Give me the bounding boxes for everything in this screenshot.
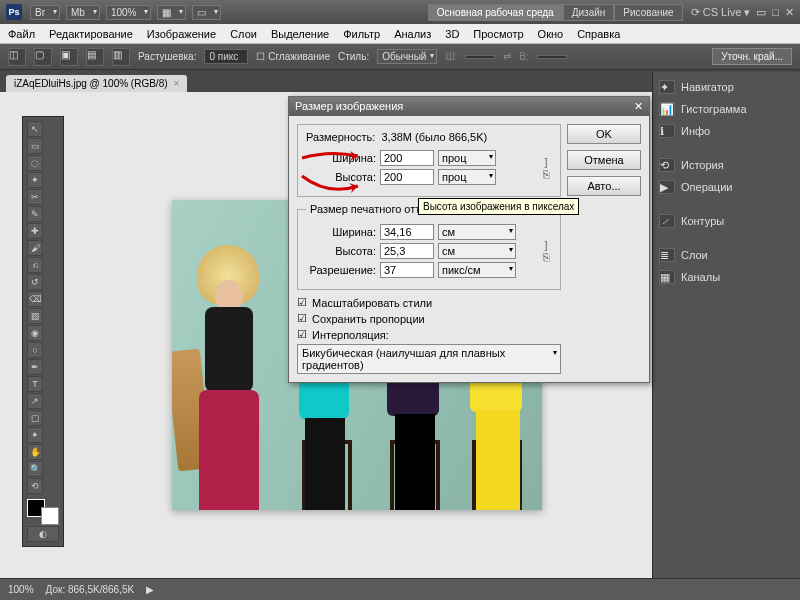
sel-int-icon[interactable]: ▥ — [112, 48, 130, 66]
view-dropdown[interactable]: ▦ — [157, 5, 186, 20]
crop-tool[interactable]: ✂ — [27, 189, 43, 205]
status-arrow-icon[interactable]: ▶ — [146, 584, 154, 595]
mb-dropdown[interactable]: Mb — [66, 5, 100, 20]
document-tab[interactable]: iZAqEDluiHs.jpg @ 100% (RGB/8) × — [6, 75, 187, 92]
heal-tool[interactable]: ✚ — [27, 223, 43, 239]
wand-tool[interactable]: ✦ — [27, 172, 43, 188]
quickmask-toggle[interactable]: ◐ — [27, 526, 59, 542]
px-link-icon[interactable]: ]⎘ — [540, 156, 552, 180]
sel-add-icon[interactable]: ▣ — [60, 48, 78, 66]
refine-edge-button[interactable]: Уточн. край... — [712, 48, 792, 65]
history-brush-tool[interactable]: ↺ — [27, 274, 43, 290]
cslive-button[interactable]: ⟳ CS Live ▾ — [691, 6, 751, 19]
br-dropdown[interactable]: Br — [30, 5, 60, 20]
panel-layers[interactable]: ≣Слои — [657, 244, 796, 266]
menu-help[interactable]: Справка — [577, 28, 620, 40]
px-height-unit-select[interactable]: проц — [438, 169, 496, 185]
interpolation-select[interactable]: Бикубическая (наилучшая для плавных град… — [297, 344, 561, 374]
gradient-tool[interactable]: ▨ — [27, 308, 43, 324]
document-tab-label: iZAqEDluiHs.jpg @ 100% (RGB/8) — [14, 78, 168, 89]
panel-histogram[interactable]: 📊Гистограмма — [657, 98, 796, 120]
menu-select[interactable]: Выделение — [271, 28, 329, 40]
panel-channels[interactable]: ▦Каналы — [657, 266, 796, 288]
feather-input[interactable]: 0 пикс — [204, 49, 248, 64]
stamp-tool[interactable]: ⎌ — [27, 257, 43, 273]
dodge-tool[interactable]: ○ — [27, 342, 43, 358]
menu-image[interactable]: Изображение — [147, 28, 216, 40]
menu-filter[interactable]: Фильтр — [343, 28, 380, 40]
screen-dropdown[interactable]: ▭ — [192, 5, 221, 20]
3d-tool[interactable]: ✦ — [27, 427, 43, 443]
ok-button[interactable]: OK — [567, 124, 641, 144]
close-icon[interactable]: ✕ — [785, 6, 794, 19]
image-size-dialog: Размер изображения ✕ Размерность: 3,38M … — [288, 96, 650, 383]
menu-file[interactable]: Файл — [8, 28, 35, 40]
minimize-icon[interactable]: ▭ — [756, 6, 766, 19]
panel-navigator[interactable]: ✦Навигатор — [657, 76, 796, 98]
dialog-close-icon[interactable]: ✕ — [634, 100, 643, 113]
shape-tool[interactable]: ▢ — [27, 410, 43, 426]
scale-styles-checkbox[interactable]: ☑Масштабировать стили — [297, 296, 561, 309]
panel-history[interactable]: ⟲История — [657, 154, 796, 176]
path-tool[interactable]: ↗ — [27, 393, 43, 409]
marquee-tool-icon[interactable]: ◫ — [8, 48, 26, 66]
move-tool[interactable]: ↖ — [27, 121, 43, 137]
print-width-label: Ширина: — [306, 226, 376, 238]
maximize-icon[interactable]: □ — [772, 6, 779, 19]
zoom-dropdown[interactable]: 100% — [106, 5, 152, 20]
print-width-unit-select[interactable]: см — [438, 224, 516, 240]
workspace-design[interactable]: Дизайн — [563, 4, 615, 21]
channels-icon: ▦ — [659, 270, 675, 284]
brush-tool[interactable]: 🖌 — [27, 240, 43, 256]
eyedropper-tool[interactable]: ✎ — [27, 206, 43, 222]
menu-edit[interactable]: Редактирование — [49, 28, 133, 40]
style-select[interactable]: Обычный — [377, 49, 437, 64]
status-doc-size[interactable]: Док: 866,5K/866,5K — [46, 584, 135, 595]
sel-new-icon[interactable]: ▢ — [34, 48, 52, 66]
close-tab-icon[interactable]: × — [174, 78, 180, 89]
px-width-input[interactable] — [380, 150, 434, 166]
print-height-input[interactable] — [380, 243, 434, 259]
lasso-tool[interactable]: ◌ — [27, 155, 43, 171]
app-titlebar: Ps Br Mb 100% ▦ ▭ Основная рабочая среда… — [0, 0, 800, 24]
menu-analysis[interactable]: Анализ — [394, 28, 431, 40]
background-color[interactable] — [41, 507, 59, 525]
menu-view[interactable]: Просмотр — [473, 28, 523, 40]
panel-paths[interactable]: ⟋Контуры — [657, 210, 796, 232]
print-link-icon[interactable]: ]⎘ — [540, 239, 552, 263]
menu-window[interactable]: Окно — [538, 28, 564, 40]
antialias-checkbox[interactable]: ☐ Сглаживание — [256, 51, 330, 62]
hand-tool[interactable]: ✋ — [27, 444, 43, 460]
zoom-tool[interactable]: 🔍 — [27, 461, 43, 477]
resample-checkbox[interactable]: ☑Интерполяция: — [297, 328, 561, 341]
cancel-button[interactable]: Отмена — [567, 150, 641, 170]
panel-info[interactable]: ℹИнфо — [657, 120, 796, 142]
dialog-titlebar[interactable]: Размер изображения ✕ — [289, 97, 649, 116]
color-swatches[interactable] — [27, 499, 59, 525]
paths-icon: ⟋ — [659, 214, 675, 228]
px-width-unit-select[interactable]: проц — [438, 150, 496, 166]
workspace-essentials[interactable]: Основная рабочая среда — [428, 4, 563, 21]
panel-actions[interactable]: ▶Операции — [657, 176, 796, 198]
type-tool[interactable]: T — [27, 376, 43, 392]
resolution-input[interactable] — [380, 262, 434, 278]
menu-layers[interactable]: Слои — [230, 28, 257, 40]
print-width-input[interactable] — [380, 224, 434, 240]
print-height-unit-select[interactable]: см — [438, 243, 516, 259]
resolution-unit-select[interactable]: пикс/см — [438, 262, 516, 278]
sel-sub-icon[interactable]: ▤ — [86, 48, 104, 66]
status-zoom[interactable]: 100% — [8, 584, 34, 595]
feather-label: Растушевка: — [138, 51, 196, 62]
workspace-painting[interactable]: Рисование — [614, 4, 682, 21]
options-bar: ◫ ▢ ▣ ▤ ▥ Растушевка: 0 пикс ☐ Сглаживан… — [0, 44, 800, 70]
rotate-tool[interactable]: ⟲ — [27, 478, 43, 494]
menu-3d[interactable]: 3D — [445, 28, 459, 40]
pen-tool[interactable]: ✒ — [27, 359, 43, 375]
auto-button[interactable]: Авто... — [567, 176, 641, 196]
constrain-proportions-checkbox[interactable]: ☑Сохранить пропорции — [297, 312, 561, 325]
marquee-tool[interactable]: ▭ — [27, 138, 43, 154]
eraser-tool[interactable]: ⌫ — [27, 291, 43, 307]
right-panels: ✦Навигатор 📊Гистограмма ℹИнфо ⟲История ▶… — [652, 72, 800, 578]
px-height-input[interactable] — [380, 169, 434, 185]
blur-tool[interactable]: ◉ — [27, 325, 43, 341]
